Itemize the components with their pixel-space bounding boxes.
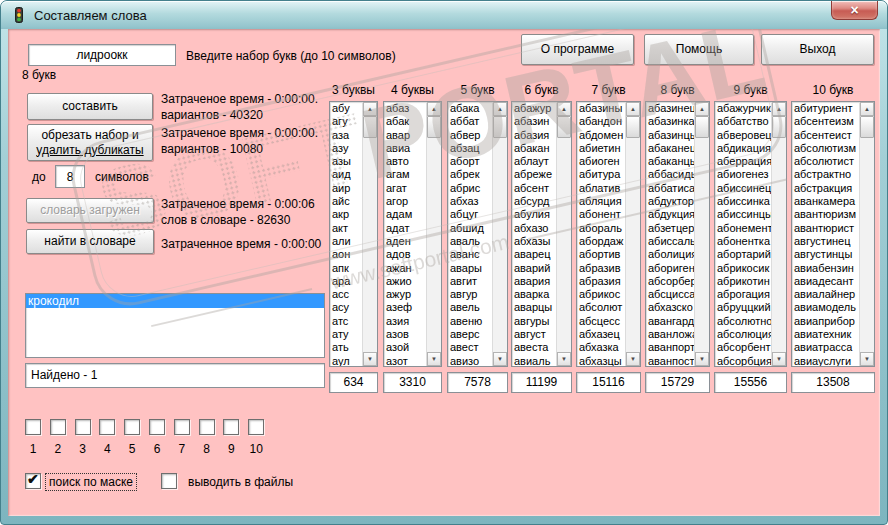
word-item[interactable]: азой — [384, 341, 426, 354]
word-item[interactable]: азеф — [384, 301, 426, 314]
word-item[interactable]: абразив — [577, 262, 625, 275]
word-item[interactable]: абрис — [448, 182, 492, 195]
scroll-up-icon[interactable]: ▲ — [695, 102, 709, 116]
word-item[interactable]: абазины — [577, 102, 625, 115]
word-item[interactable]: абвер — [448, 129, 492, 142]
word-item[interactable]: абака — [448, 102, 492, 115]
word-item[interactable]: азот — [384, 355, 426, 366]
word-item[interactable]: азия — [384, 315, 426, 328]
word-item[interactable]: авиабензин — [792, 262, 859, 275]
word-item[interactable]: абажурчик — [715, 102, 771, 115]
word-item[interactable]: адат — [384, 222, 426, 235]
word-item[interactable]: абзац — [448, 142, 492, 155]
word-item[interactable]: аблатив — [577, 182, 625, 195]
word-item[interactable]: абу — [330, 102, 362, 115]
mask-position-checkbox-8[interactable] — [199, 419, 215, 435]
word-item[interactable]: абиссинец — [715, 182, 771, 195]
word-item[interactable]: аварец — [512, 248, 556, 261]
word-listbox[interactable]: абазинецабазинкаабазинцыабаканецабаканцы… — [645, 101, 710, 367]
word-item[interactable]: аид — [330, 168, 362, 181]
word-item[interactable]: авиа — [384, 142, 426, 155]
word-item[interactable]: абонент — [577, 208, 625, 221]
word-item[interactable]: аббасиды — [646, 168, 694, 181]
word-item[interactable]: авиатрасса — [792, 341, 859, 354]
word-item[interactable]: аванпост — [646, 355, 694, 366]
word-item[interactable]: абориген — [646, 262, 694, 275]
scrollbar[interactable]: ▲ ▼ — [556, 102, 571, 366]
mask-position-checkbox-5[interactable] — [124, 419, 140, 435]
output-to-files-checkbox[interactable] — [161, 473, 177, 489]
word-item[interactable]: августинец — [792, 235, 859, 248]
title-bar[interactable]: Составляем слова × — [1, 1, 887, 29]
scroll-down-icon[interactable]: ▼ — [363, 352, 377, 366]
scroll-thumb[interactable] — [860, 116, 874, 138]
word-item[interactable]: ара — [330, 275, 362, 288]
scroll-up-icon[interactable]: ▲ — [493, 102, 507, 116]
exit-button[interactable]: Выход — [761, 34, 874, 65]
scroll-down-icon[interactable]: ▼ — [860, 352, 874, 366]
close-button[interactable]: × — [831, 1, 878, 20]
word-item[interactable]: азу — [330, 142, 362, 155]
dictionary-loaded-button[interactable]: словарь загружен — [26, 198, 154, 223]
word-item[interactable]: абитуриент — [792, 102, 859, 115]
scrollbar[interactable]: ▲ ▼ — [771, 102, 786, 366]
word-item[interactable]: абверовец — [715, 129, 771, 142]
word-item[interactable]: абиетин — [577, 142, 625, 155]
scroll-thumb[interactable] — [363, 116, 377, 138]
word-item[interactable]: ажур — [384, 288, 426, 301]
scrollbar[interactable]: ▲ ▼ — [625, 102, 640, 366]
word-item[interactable]: абонемент — [715, 222, 771, 235]
word-item[interactable]: агам — [384, 168, 426, 181]
word-item[interactable]: аден — [384, 235, 426, 248]
word-listbox[interactable]: абажурабазинабазияабаканаблаутабрежеабсе… — [511, 101, 572, 367]
word-item[interactable]: аблаут — [512, 155, 556, 168]
word-item[interactable]: авиатехник — [792, 328, 859, 341]
word-item[interactable]: абсолют — [577, 301, 625, 314]
about-button[interactable]: О программе — [521, 34, 634, 65]
word-item[interactable]: абляция — [577, 195, 625, 208]
word-item[interactable]: абазия — [512, 129, 556, 142]
word-item[interactable]: аванложа — [646, 328, 694, 341]
word-item[interactable]: айс — [330, 195, 362, 208]
mask-position-checkbox-7[interactable] — [174, 419, 190, 435]
word-item[interactable]: аболиция — [646, 248, 694, 261]
word-item[interactable]: аварка — [512, 288, 556, 301]
word-item[interactable]: адов — [384, 248, 426, 261]
word-item[interactable]: адам — [384, 208, 426, 221]
scrollbar[interactable]: ▲ ▼ — [426, 102, 441, 366]
scroll-thumb[interactable] — [493, 116, 507, 138]
word-item[interactable]: аварий — [512, 262, 556, 275]
word-item[interactable]: авария — [512, 275, 556, 288]
scroll-thumb[interactable] — [772, 116, 786, 138]
mask-position-checkbox-2[interactable] — [50, 419, 66, 435]
word-item[interactable]: абиссаль — [646, 235, 694, 248]
scroll-down-icon[interactable]: ▼ — [772, 352, 786, 366]
scroll-down-icon[interactable]: ▼ — [626, 352, 640, 366]
word-listbox[interactable]: абажурчикаббатствоабверовецабдикацияабер… — [714, 101, 787, 367]
word-item[interactable]: абдикация — [715, 142, 771, 155]
word-item[interactable]: абордаж — [577, 235, 625, 248]
word-item[interactable]: ату — [330, 328, 362, 341]
word-item[interactable]: абортив — [577, 248, 625, 261]
scrollbar[interactable]: ▲ ▼ — [694, 102, 709, 366]
word-item[interactable]: аборт — [448, 155, 492, 168]
word-item[interactable]: абрикосик — [715, 262, 771, 275]
word-item[interactable]: аир — [330, 182, 362, 195]
scroll-up-icon[interactable]: ▲ — [860, 102, 874, 116]
word-item[interactable]: абцуг — [448, 208, 492, 221]
word-item[interactable]: аон — [330, 248, 362, 261]
scroll-up-icon[interactable]: ▲ — [557, 102, 571, 116]
word-item[interactable]: абсорбер — [646, 275, 694, 288]
word-item[interactable]: ажио — [384, 275, 426, 288]
word-item[interactable]: августинцы — [792, 248, 859, 261]
word-item[interactable]: абсолютно — [715, 315, 771, 328]
mask-position-checkbox-1[interactable] — [25, 419, 41, 435]
mask-position-checkbox-9[interactable] — [223, 419, 239, 435]
word-item[interactable]: авизо — [448, 355, 492, 366]
word-item[interactable]: абсолютист — [792, 155, 859, 168]
word-item[interactable]: абазинцы — [646, 129, 694, 142]
scroll-up-icon[interactable]: ▲ — [626, 102, 640, 116]
word-item[interactable]: абстракция — [792, 182, 859, 195]
word-item[interactable]: аббатство — [715, 115, 771, 128]
word-item[interactable]: авгуры — [512, 315, 556, 328]
